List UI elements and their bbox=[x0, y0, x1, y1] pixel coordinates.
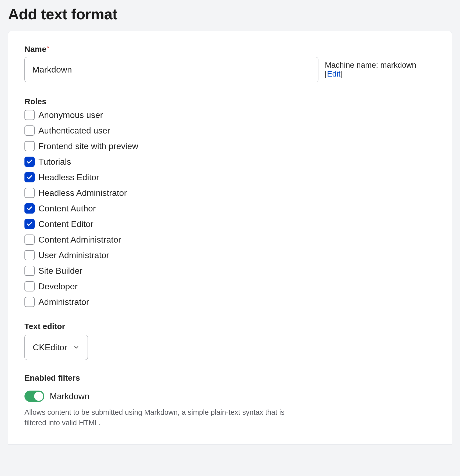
chevron-down-icon bbox=[73, 344, 80, 351]
role-row: Anonymous user bbox=[24, 110, 436, 120]
role-checkbox[interactable] bbox=[24, 235, 35, 245]
machine-name-prefix: Machine name: bbox=[325, 61, 380, 69]
role-label[interactable]: Anonymous user bbox=[38, 110, 103, 120]
roles-list: Anonymous userAuthenticated userFrontend… bbox=[24, 110, 436, 307]
role-label[interactable]: Frontend site with preview bbox=[38, 141, 138, 151]
role-label[interactable]: Administrator bbox=[38, 297, 89, 307]
filters-list: MarkdownAllows content to be submitted u… bbox=[24, 391, 436, 428]
filter-toggle[interactable] bbox=[24, 391, 44, 402]
name-input[interactable] bbox=[24, 57, 318, 82]
role-label[interactable]: Content Author bbox=[38, 204, 96, 214]
role-checkbox[interactable] bbox=[24, 219, 35, 229]
text-editor-label: Text editor bbox=[24, 322, 436, 331]
name-label: Name* bbox=[24, 45, 436, 54]
machine-name-bracket-close: ] bbox=[340, 70, 343, 78]
role-row: Frontend site with preview bbox=[24, 141, 436, 151]
role-label[interactable]: Developer bbox=[38, 282, 78, 291]
role-checkbox[interactable] bbox=[24, 157, 35, 167]
role-label[interactable]: User Administrator bbox=[38, 250, 109, 260]
role-checkbox[interactable] bbox=[24, 172, 35, 182]
filter-row: Markdown bbox=[24, 391, 436, 402]
machine-name-bracket: [ bbox=[325, 70, 327, 78]
role-checkbox[interactable] bbox=[24, 141, 35, 151]
role-checkbox[interactable] bbox=[24, 125, 35, 136]
role-row: Tutorials bbox=[24, 157, 436, 167]
role-label[interactable]: Site Builder bbox=[38, 266, 82, 276]
role-checkbox[interactable] bbox=[24, 110, 35, 120]
role-row: Site Builder bbox=[24, 266, 436, 276]
role-row: Headless Administrator bbox=[24, 188, 436, 198]
role-checkbox[interactable] bbox=[24, 297, 35, 307]
required-indicator: * bbox=[47, 45, 49, 51]
filter-label: Markdown bbox=[50, 391, 89, 401]
role-row: Content Editor bbox=[24, 219, 436, 229]
form-card: Name* Machine name: markdown [Edit] Role… bbox=[8, 31, 452, 445]
role-label[interactable]: Authenticated user bbox=[38, 126, 110, 136]
roles-label: Roles bbox=[24, 97, 436, 106]
toggle-knob bbox=[34, 392, 43, 401]
role-label[interactable]: Tutorials bbox=[38, 157, 71, 167]
role-row: User Administrator bbox=[24, 250, 436, 260]
role-label[interactable]: Content Editor bbox=[38, 219, 94, 229]
role-row: Authenticated user bbox=[24, 125, 436, 136]
name-label-text: Name bbox=[24, 45, 46, 53]
role-label[interactable]: Content Administrator bbox=[38, 235, 121, 245]
role-checkbox[interactable] bbox=[24, 250, 35, 260]
role-row: Administrator bbox=[24, 297, 436, 307]
role-checkbox[interactable] bbox=[24, 281, 35, 291]
role-row: Headless Editor bbox=[24, 172, 436, 182]
page-title: Add text format bbox=[8, 5, 452, 23]
role-row: Developer bbox=[24, 281, 436, 291]
role-row: Content Author bbox=[24, 203, 436, 214]
role-checkbox[interactable] bbox=[24, 266, 35, 276]
role-checkbox[interactable] bbox=[24, 188, 35, 198]
machine-name-edit-link[interactable]: Edit bbox=[327, 70, 340, 78]
role-row: Content Administrator bbox=[24, 235, 436, 245]
role-label[interactable]: Headless Editor bbox=[38, 172, 99, 182]
role-label[interactable]: Headless Administrator bbox=[38, 188, 127, 198]
filter-description: Allows content to be submitted using Mar… bbox=[24, 407, 293, 428]
enabled-filters-label: Enabled filters bbox=[24, 373, 436, 383]
role-checkbox[interactable] bbox=[24, 203, 35, 214]
machine-name-value: markdown bbox=[380, 61, 416, 69]
text-editor-select[interactable]: CKEditor bbox=[24, 335, 88, 360]
machine-name-text: Machine name: markdown [Edit] bbox=[325, 61, 436, 78]
text-editor-value: CKEditor bbox=[33, 342, 67, 352]
